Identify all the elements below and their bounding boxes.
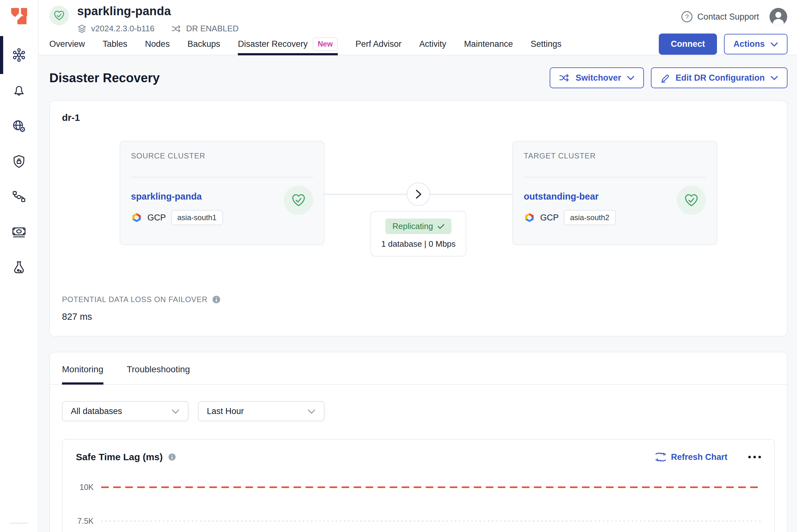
chart-header-actions: Refresh Chart: [656, 452, 761, 462]
sidebar-item-regions[interactable]: [0, 108, 38, 144]
target-health-badge: [677, 186, 706, 215]
clusters-icon: [12, 48, 26, 63]
target-cluster-card: TARGET CLUSTER outstanding-bear G: [512, 141, 717, 245]
check-icon: [437, 224, 444, 229]
data-loss-label: POTENTIAL DATA LOSS ON FAILOVER: [62, 295, 207, 304]
new-badge: New: [313, 37, 338, 51]
refresh-icon: [656, 452, 666, 462]
chart-title: Safe Time Lag (ms): [76, 452, 163, 462]
gridline-dotted: [101, 520, 761, 521]
sidebar-item-labs[interactable]: [0, 250, 38, 285]
divider: [131, 177, 313, 177]
dr-enabled-label: DR ENABLED: [186, 24, 239, 34]
divider: [524, 177, 706, 177]
info-icon[interactable]: [168, 453, 176, 461]
replication-status-card: Replicating 1 database | 0 Mbps: [371, 211, 466, 256]
switchover-button[interactable]: Switchover: [550, 68, 644, 88]
page-title-actions: Switchover Edit DR Configuration: [550, 68, 787, 88]
labs-flask-icon: [12, 260, 26, 275]
source-region-chip: asia-south1: [171, 210, 223, 225]
target-cluster-link[interactable]: outstanding-bear: [524, 191, 599, 202]
monitoring-card: Monitoring Troubleshooting All databases…: [49, 352, 787, 532]
refresh-chart-button[interactable]: Refresh Chart: [656, 452, 727, 462]
tab-maintenance[interactable]: Maintenance: [464, 34, 513, 55]
alerts-bell-icon: [12, 83, 26, 98]
database-select[interactable]: All databases: [62, 401, 189, 421]
chart-plot-area: 10K 7.5K: [76, 483, 761, 526]
sidebar-item-clusters[interactable]: [0, 37, 38, 73]
gcp-icon: [524, 212, 535, 223]
heart-check-icon: [291, 193, 306, 208]
chart-options-menu[interactable]: [748, 456, 761, 458]
replication-direction-badge: [407, 183, 430, 206]
chart-title-row: Safe Time Lag (ms): [76, 452, 176, 462]
edit-dr-configuration-button[interactable]: Edit DR Configuration: [651, 68, 787, 88]
sidebar-item-billing[interactable]: [0, 214, 38, 250]
top-header: sparkling-panda v2024.2.3.0-b116: [39, 0, 797, 34]
dr-config-name: dr-1: [62, 112, 775, 123]
heart-check-icon: [684, 193, 699, 208]
question-circle-icon: ?: [681, 11, 693, 23]
tab-settings[interactable]: Settings: [531, 34, 562, 55]
contact-support-label: Contact Support: [697, 12, 759, 22]
sidebar-bottom-divider: [10, 522, 28, 524]
tab-activity[interactable]: Activity: [419, 34, 447, 55]
tab-tables[interactable]: Tables: [103, 34, 128, 55]
target-cluster-label: TARGET CLUSTER: [524, 152, 706, 160]
source-cluster-label: SOURCE CLUSTER: [131, 152, 313, 160]
version-label: v2024.2.3.0-b116: [91, 24, 154, 34]
nav-action-buttons: Connect Actions: [659, 34, 787, 55]
tab-troubleshooting[interactable]: Troubleshooting: [127, 364, 190, 384]
gridline-row: 7.5K: [76, 516, 761, 526]
gcp-icon: [131, 212, 142, 223]
y-axis-tick: 10K: [76, 483, 101, 492]
regions-globe-gear-icon: [12, 118, 26, 133]
tab-disaster-recovery[interactable]: Disaster Recovery New: [238, 34, 338, 55]
replication-status-badge: Replicating: [385, 218, 452, 234]
brand-logo[interactable]: [0, 0, 38, 37]
time-range-select[interactable]: Last Hour: [198, 401, 324, 421]
user-avatar[interactable]: [769, 7, 787, 26]
data-loss-label-row: POTENTIAL DATA LOSS ON FAILOVER: [62, 295, 775, 304]
integrations-workflow-icon: [12, 189, 26, 204]
data-loss-value: 827 ms: [62, 311, 775, 322]
safe-time-lag-chart-card: Safe Time Lag (ms): [62, 439, 775, 532]
page-content: Disaster Recovery Switchover: [39, 55, 797, 532]
info-icon[interactable]: [212, 295, 221, 304]
source-cluster-card: SOURCE CLUSTER sparkling-panda GC: [119, 141, 324, 245]
dr-shuffle-icon: [171, 25, 182, 33]
sidebar-item-alerts[interactable]: [0, 73, 38, 108]
cluster-name: sparkling-panda: [77, 4, 239, 18]
tab-perf-advisor[interactable]: Perf Advisor: [356, 34, 402, 55]
edit-pencil-icon: [660, 73, 670, 83]
tab-monitoring[interactable]: Monitoring: [62, 364, 103, 384]
tab-nodes[interactable]: Nodes: [145, 34, 170, 55]
cluster-nav-tabs: Overview Tables Nodes Backups Disaster R…: [39, 34, 797, 55]
tab-overview[interactable]: Overview: [49, 34, 85, 55]
chevron-down-icon: [171, 408, 179, 414]
source-health-badge: [284, 186, 313, 215]
replication-detail: 1 database | 0 Mbps: [381, 239, 455, 249]
top-header-right: ? Contact Support: [681, 4, 787, 26]
chevron-down-icon: [627, 75, 634, 80]
chart-header: Safe Time Lag (ms): [76, 452, 761, 462]
monitoring-tabs: Monitoring Troubleshooting: [50, 352, 787, 385]
source-provider-row: GCP asia-south1: [131, 210, 313, 225]
svg-text:?: ?: [685, 13, 688, 20]
target-region-chip: asia-south2: [564, 210, 616, 225]
actions-button[interactable]: Actions: [724, 34, 787, 54]
heart-check-icon: [54, 10, 65, 21]
contact-support-link[interactable]: ? Contact Support: [681, 11, 759, 23]
sidebar-item-integrations[interactable]: [0, 179, 38, 214]
cluster-meta-row: v2024.2.3.0-b116 DR ENABLED: [77, 24, 239, 34]
sidebar-item-security[interactable]: [0, 144, 38, 179]
source-provider-name: GCP: [147, 213, 166, 223]
source-cluster-link[interactable]: sparkling-panda: [131, 191, 202, 202]
app-screen: sparkling-panda v2024.2.3.0-b116: [0, 0, 797, 532]
tab-backups[interactable]: Backups: [188, 34, 221, 55]
dr-config-card: dr-1 SOURCE CLUSTER sparkling-panda: [49, 100, 787, 337]
main-column: sparkling-panda v2024.2.3.0-b116: [39, 0, 797, 532]
chevron-down-icon: [771, 75, 778, 80]
connect-button[interactable]: Connect: [659, 34, 717, 55]
version-layers-icon: [77, 24, 87, 34]
